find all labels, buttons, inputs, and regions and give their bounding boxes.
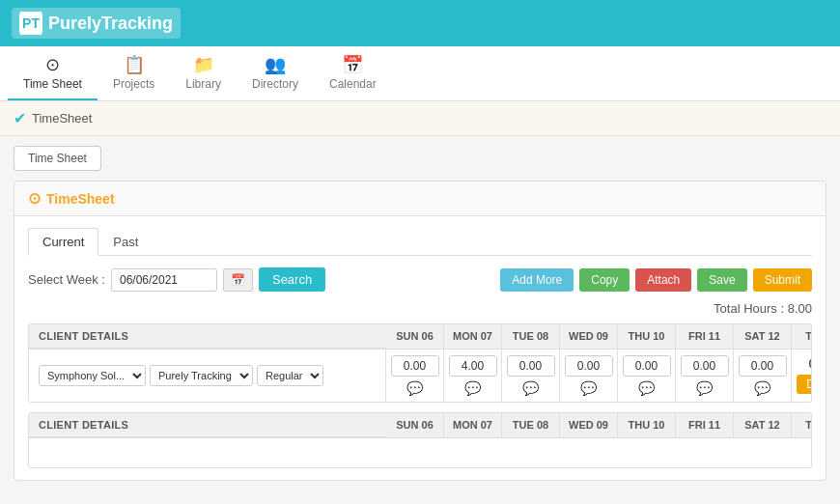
logo: PT PurelyTracking [12, 8, 181, 39]
breadcrumb-label: TimeSheet [32, 111, 92, 126]
time-cell-tue: 💬 [502, 350, 560, 402]
col2-sat: SAT 12 [734, 413, 792, 437]
col-wed: WED 09 [560, 324, 618, 349]
timesheet-icon: ⊙ [45, 54, 60, 75]
time-input-wed[interactable] [565, 355, 613, 377]
client-select[interactable]: Symphony Sol... [39, 365, 146, 386]
search-row: Select Week : 📅 Search Add More Copy Att… [28, 267, 812, 292]
nav-tabs: ⊙ Time Sheet 📋 Projects 📁 Library 👥 Dire… [0, 46, 840, 101]
directory-icon: 👥 [265, 54, 286, 75]
card-body: Current Past Select Week : 📅 Search Add … [14, 216, 826, 480]
select-week-label: Select Week : [28, 272, 105, 287]
entry2-header-row: CLIENT DETAILS SUN 06 MON 07 TUE 08 WED … [29, 413, 811, 438]
col2-tue: TUE 08 [502, 413, 560, 437]
time-cell-fri: 💬 [676, 350, 734, 402]
subtab-past[interactable]: Past [98, 228, 153, 256]
col2-wed: WED 09 [560, 413, 618, 437]
main-content: Time Sheet ⊙ TimeSheet Current Past Sele… [0, 136, 840, 490]
col2-fri: FRI 11 [676, 413, 734, 437]
time-cell-thu: 💬 [618, 350, 676, 402]
comment-icon-wed[interactable]: 💬 [580, 380, 597, 396]
comment-icon-fri[interactable]: 💬 [696, 380, 713, 396]
comment-icon-tue[interactable]: 💬 [522, 380, 539, 396]
time-input-sat[interactable] [739, 355, 787, 377]
app-header: PT PurelyTracking [0, 0, 840, 46]
client-details-header-2: CLIENT DETAILS [29, 413, 386, 437]
tab-directory-label: Directory [252, 77, 298, 91]
tab-library-label: Library [185, 77, 221, 91]
calendar-icon: 📅 [342, 54, 363, 75]
search-left: Select Week : 📅 Search [28, 267, 325, 292]
submit-button[interactable]: Submit [753, 268, 812, 292]
col-sun: SUN 06 [386, 324, 444, 349]
card-title: TimeSheet [46, 191, 115, 207]
tab-library[interactable]: 📁 Library [170, 46, 237, 100]
projects-icon: 📋 [124, 54, 145, 75]
entry1-header-row: CLIENT DETAILS SUN 06 MON 07 TUE 08 WED … [29, 324, 811, 350]
entry1-body-row: Symphony Sol... Purely Tracking Regular … [29, 350, 811, 402]
sub-tabs: Current Past [28, 228, 812, 256]
tab-timesheet[interactable]: ⊙ Time Sheet [8, 46, 98, 100]
col2-thu: THU 10 [618, 413, 676, 437]
tab-projects[interactable]: 📋 Projects [98, 46, 170, 100]
col-total: TOTAL [792, 324, 812, 349]
client-details-header-1: CLIENT DETAILS [29, 324, 386, 349]
subtab-current[interactable]: Current [28, 228, 98, 256]
time-input-fri[interactable] [681, 355, 729, 377]
entry2-body-placeholder [29, 438, 811, 467]
logo-icon: PT [19, 12, 42, 35]
time-cell-sun: 💬 [386, 350, 444, 402]
time-input-tue[interactable] [507, 355, 555, 377]
time-cell-wed: 💬 [560, 350, 618, 402]
delete-button-1[interactable]: Delete [797, 375, 812, 394]
clock-icon: ⊙ [28, 189, 41, 208]
tab-projects-label: Projects [113, 77, 154, 91]
date-input[interactable] [111, 268, 217, 292]
comment-icon-thu[interactable]: 💬 [638, 380, 655, 396]
tab-calendar[interactable]: 📅 Calendar [314, 46, 392, 100]
time-cell-sat: 💬 [734, 350, 792, 402]
time-input-mon[interactable] [449, 355, 497, 377]
col2-mon: MON 07 [444, 413, 502, 437]
breadcrumb: ✔ TimeSheet [0, 101, 840, 136]
time-input-thu[interactable] [623, 355, 671, 377]
time-entry-2: CLIENT DETAILS SUN 06 MON 07 TUE 08 WED … [28, 412, 812, 468]
total-cell-1: 04.00 Delete [792, 350, 812, 402]
col2-total: TOTAL [792, 413, 812, 437]
col2-sun: SUN 06 [386, 413, 444, 437]
calendar-picker-button[interactable]: 📅 [223, 268, 253, 292]
client-details-cell-1: Symphony Sol... Purely Tracking Regular [29, 350, 386, 402]
total-value-1: 04.00 [808, 357, 812, 371]
col-sat: SAT 12 [734, 324, 792, 349]
col-thu: THU 10 [618, 324, 676, 349]
col-tue: TUE 08 [502, 324, 560, 349]
timesheet-card: ⊙ TimeSheet Current Past Select Week : 📅 [14, 181, 826, 481]
tab-timesheet-label: Time Sheet [23, 77, 82, 91]
library-icon: 📁 [193, 54, 214, 75]
app-name: PurelyTracking [48, 14, 173, 34]
save-button[interactable]: Save [697, 268, 746, 292]
add-more-button[interactable]: Add More [500, 268, 574, 292]
comment-icon-sun[interactable]: 💬 [406, 380, 423, 396]
time-input-sun[interactable] [391, 355, 439, 377]
col-mon: MON 07 [444, 324, 502, 349]
search-button[interactable]: Search [259, 267, 325, 292]
attach-button[interactable]: Attach [635, 268, 691, 292]
action-buttons: Add More Copy Attach Save Submit [500, 268, 812, 292]
timesheet-tab-button[interactable]: Time Sheet [14, 146, 101, 171]
copy-button[interactable]: Copy [579, 268, 630, 292]
comment-icon-sat[interactable]: 💬 [754, 380, 770, 396]
comment-icon-mon[interactable]: 💬 [464, 380, 481, 396]
time-entry-1: CLIENT DETAILS SUN 06 MON 07 TUE 08 WED … [28, 323, 812, 403]
total-hours: Total Hours : 8.00 [28, 301, 812, 316]
check-icon: ✔ [14, 109, 26, 127]
card-header: ⊙ TimeSheet [14, 182, 826, 216]
tab-directory[interactable]: 👥 Directory [237, 46, 314, 100]
type-select[interactable]: Regular [257, 365, 323, 386]
col-fri: FRI 11 [676, 324, 734, 349]
time-cell-mon: 💬 [444, 350, 502, 402]
project-select[interactable]: Purely Tracking [150, 365, 253, 386]
tab-calendar-label: Calendar [329, 77, 377, 91]
